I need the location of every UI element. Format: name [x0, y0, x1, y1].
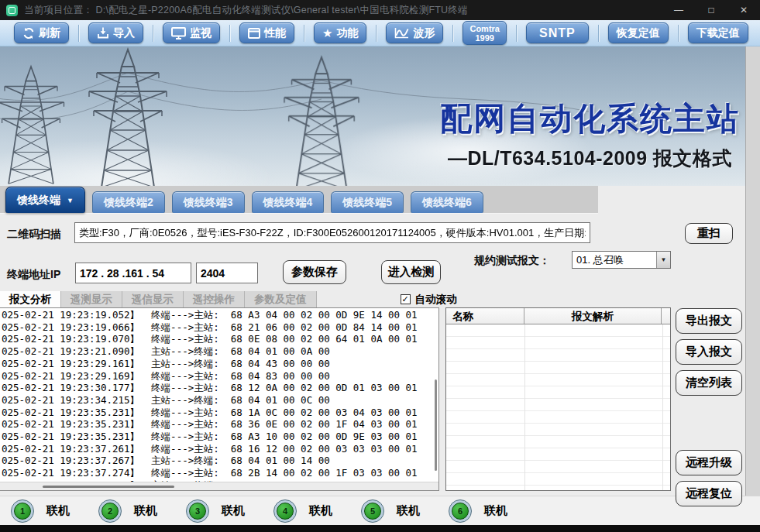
- sntp-button[interactable]: SNTP: [526, 22, 589, 43]
- toolbar: 刷新导入监视性能★功能波形Comtra 1999SNTP恢复定值下载定值: [0, 20, 760, 46]
- toolbar-button-label: 刷新: [39, 26, 60, 40]
- message-log[interactable]: 025-02-21 19:23:19.052】 终端--->主站: 68 A3 …: [0, 307, 439, 491]
- remote-upgrade-button[interactable]: 远程升级: [676, 450, 742, 475]
- import-button[interactable]: 导入: [88, 22, 143, 43]
- subtab-params-and-settings[interactable]: 参数及定值: [245, 291, 317, 307]
- tab-label: 馈线终端2: [104, 196, 153, 208]
- log-row: 025-02-21 19:23:37.261】 终端--->主站: 68 16 …: [2, 443, 438, 455]
- log-rows: 025-02-21 19:23:19.052】 终端--->主站: 68 A3 …: [0, 308, 438, 491]
- status-group-4: 4联机: [273, 499, 332, 523]
- restore-settings-button[interactable]: 恢复定值: [608, 22, 669, 43]
- subtab-row: 报文分析遥测显示遥信显示遥控操作参数及定值 ✓ 自动滚动: [0, 291, 457, 307]
- refresh-button[interactable]: 刷新: [14, 22, 69, 43]
- tab-label: 馈线终端4: [263, 196, 313, 208]
- log-row: 025-02-21 19:23:37.274】 终端--->主站: 68 2B …: [2, 467, 438, 479]
- terminal-ip-label: 终端地址IP: [7, 268, 60, 282]
- export-message-button[interactable]: 导出报文: [676, 308, 742, 334]
- status-indicator-number: 6: [452, 503, 469, 520]
- protocol-test-selected: 01. 总召唤: [573, 253, 656, 267]
- log-vertical-scrollbar[interactable]: [435, 379, 437, 471]
- toolbar-separator: [304, 25, 304, 42]
- monitor-button[interactable]: 监视: [163, 22, 220, 43]
- toolbar-separator: [516, 25, 517, 42]
- log-row: 025-02-21 19:23:19.066】 终端--->主站: 68 21 …: [2, 321, 438, 334]
- remote-reset-button[interactable]: 远程复位: [676, 481, 742, 506]
- performance-button[interactable]: 性能: [239, 22, 294, 43]
- refresh-icon: [22, 27, 35, 39]
- status-label: 联机: [484, 503, 507, 518]
- log-row: 025-02-21 19:23:19.052】 终端--->主站: 68 A3 …: [2, 309, 438, 321]
- rescan-button[interactable]: 重扫: [685, 223, 733, 244]
- status-group-5: 5联机: [361, 499, 420, 523]
- maximize-button[interactable]: □: [695, 0, 727, 20]
- status-indicator-2: 2: [98, 499, 122, 523]
- monitor-icon: [171, 27, 186, 39]
- window-icon: [248, 28, 260, 39]
- tab-terminal-4[interactable]: 馈线终端4: [252, 191, 325, 213]
- status-label: 联机: [397, 503, 420, 518]
- terminal-tabstrip: 馈线终端▼馈线终端2馈线终端3馈线终端4馈线终端5馈线终端6: [0, 186, 598, 214]
- toolbar-separator: [153, 25, 153, 42]
- log-row: 025-02-21 19:23:37.267】 主站--->终端: 68 04 …: [2, 455, 438, 467]
- toolbar-button-label: Comtra 1999: [469, 24, 500, 43]
- status-indicator-5: 5: [361, 499, 384, 523]
- chevron-down-icon[interactable]: ▼: [656, 252, 670, 268]
- parse-table-header: 名称 报文解析: [446, 308, 670, 324]
- clear-list-button[interactable]: 清空列表: [676, 370, 742, 396]
- banner-text: 配网自动化系统主站 —DL/T634.5104-2009 报文格式: [440, 98, 740, 171]
- subtab-telemetry-display[interactable]: 遥测显示: [61, 291, 122, 307]
- banner-title: 配网自动化系统主站: [440, 98, 740, 140]
- toolbar-button-label: 波形: [413, 26, 435, 40]
- status-group-1: 1联机: [11, 499, 70, 523]
- toolbar-button-label: 导入: [113, 26, 135, 40]
- status-bar: 1联机2联机3联机4联机5联机6联机: [0, 496, 760, 525]
- log-row: 025-02-21 19:23:19.070】 终端--->主站: 68 0E …: [2, 333, 438, 345]
- status-indicator-number: 1: [14, 503, 31, 520]
- toolbar-separator: [376, 25, 377, 42]
- log-row: 025-02-21 19:23:30.177】 终端--->主站: 68 12 …: [2, 382, 438, 394]
- tab-terminal-6[interactable]: 馈线终端6: [411, 191, 483, 213]
- qr-scan-input[interactable]: [74, 222, 590, 243]
- status-group-2: 2联机: [98, 499, 157, 523]
- toolbar-button-label: 下载定值: [696, 26, 740, 40]
- function-button[interactable]: ★功能: [314, 22, 366, 43]
- download-settings-button[interactable]: 下载定值: [688, 22, 748, 43]
- log-hscroll-thumb[interactable]: [43, 486, 174, 488]
- import-icon: [97, 27, 109, 39]
- status-indicator-number: 2: [101, 503, 119, 520]
- terminal-ip-input[interactable]: [75, 263, 191, 283]
- tab-terminal-3[interactable]: 馈线终端3: [172, 191, 245, 213]
- tab-label: 馈线终端6: [422, 196, 472, 208]
- subtab-telecontrol-operation[interactable]: 遥控操作: [184, 291, 245, 307]
- toolbar-separator: [78, 25, 79, 42]
- column-header-parse[interactable]: 报文解析: [524, 308, 662, 324]
- column-header-name[interactable]: 名称: [446, 308, 524, 324]
- comtra-1999-button[interactable]: Comtra 1999: [463, 21, 507, 45]
- enter-detection-button[interactable]: 进入检测: [381, 260, 441, 284]
- close-button[interactable]: ✕: [727, 0, 760, 20]
- waveform-button[interactable]: 波形: [386, 22, 443, 43]
- status-label: 联机: [134, 503, 157, 518]
- qr-scan-label: 二维码扫描: [7, 228, 61, 242]
- status-indicator-3: 3: [186, 499, 209, 523]
- status-indicator-number: 5: [364, 503, 381, 520]
- subtab-message-analysis[interactable]: 报文分析: [0, 291, 61, 307]
- status-group-3: 3联机: [186, 499, 245, 523]
- parse-table[interactable]: 名称 报文解析: [445, 307, 671, 491]
- log-horizontal-scrollbar[interactable]: [0, 482, 438, 490]
- terminal-port-input[interactable]: [196, 263, 258, 283]
- subtab-telesignal-display[interactable]: 遥信显示: [122, 291, 184, 307]
- toolbar-button-label: 性能: [264, 26, 286, 40]
- protocol-test-dropdown[interactable]: 01. 总召唤 ▼: [572, 251, 671, 269]
- tab-terminal-1[interactable]: 馈线终端▼: [5, 187, 85, 213]
- import-message-button[interactable]: 导入报文: [676, 339, 742, 365]
- chevron-down-icon: ▼: [67, 197, 74, 204]
- log-row: 025-02-21 19:23:21.090】 主站--->终端: 68 04 …: [2, 345, 438, 358]
- minimize-button[interactable]: —: [662, 0, 695, 20]
- save-params-button[interactable]: 参数保存: [283, 260, 346, 284]
- autoscroll-checkbox[interactable]: ✓: [401, 294, 411, 304]
- status-group-6: 6联机: [449, 499, 507, 523]
- tab-terminal-5[interactable]: 馈线终端5: [331, 191, 404, 213]
- tab-terminal-2[interactable]: 馈线终端2: [92, 191, 165, 213]
- toolbar-separator: [598, 25, 599, 42]
